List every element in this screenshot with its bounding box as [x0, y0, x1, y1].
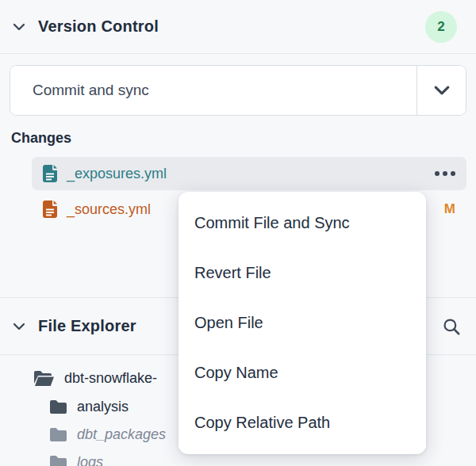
folder-icon	[49, 399, 67, 414]
tree-item-project-root[interactable]: dbt-snowflake-	[33, 365, 157, 391]
changes-section-label: Changes	[11, 130, 71, 147]
chevron-down-icon[interactable]	[11, 319, 27, 334]
tree-item-label: analysis	[77, 399, 129, 415]
version-control-title: Version Control	[38, 17, 159, 36]
tree-item-label: dbt_packages	[77, 426, 166, 443]
file-search-button[interactable]	[438, 313, 465, 340]
commit-options-toggle[interactable]	[416, 66, 466, 115]
yml-file-icon	[43, 165, 57, 182]
file-actions-ellipsis-button[interactable]	[435, 168, 455, 179]
yml-file-icon	[43, 201, 57, 218]
changed-file-row-exposures[interactable]: _exposures.yml	[32, 157, 466, 190]
file-explorer-title: File Explorer	[38, 317, 136, 335]
chevron-down-icon[interactable]	[11, 19, 27, 35]
tree-item-label: logs	[77, 454, 103, 466]
tree-item-label: dbt-snowflake-	[64, 370, 157, 387]
menu-item-commit-file-and-sync[interactable]: Commit File and Sync	[178, 198, 426, 248]
tree-item-dbt-packages[interactable]: dbt_packages	[49, 422, 166, 447]
tree-item-analysis[interactable]: analysis	[49, 394, 129, 419]
menu-item-copy-name[interactable]: Copy Name	[178, 348, 426, 398]
file-context-menu: Commit File and Sync Revert File Open Fi…	[178, 192, 426, 454]
commit-split-button: Commit and sync	[10, 65, 466, 116]
folder-open-icon	[33, 370, 55, 387]
chevron-down-icon	[432, 80, 452, 101]
search-icon	[441, 316, 462, 337]
modified-status-badge: M	[444, 201, 455, 217]
commit-and-sync-button[interactable]: Commit and sync	[10, 66, 416, 115]
changed-file-name: _sources.yml	[67, 201, 151, 218]
folder-icon	[49, 427, 67, 442]
menu-item-copy-relative-path[interactable]: Copy Relative Path	[178, 398, 426, 448]
version-control-header: Version Control 2	[0, 0, 476, 54]
ide-sidebar: Version Control 2 Commit and sync Change…	[0, 0, 476, 466]
folder-icon	[49, 455, 67, 466]
changed-file-name: _exposures.yml	[67, 166, 167, 182]
menu-item-revert-file[interactable]: Revert File	[178, 248, 426, 298]
tree-item-logs[interactable]: logs	[49, 449, 103, 466]
changes-count-badge: 2	[425, 11, 457, 43]
menu-item-open-file[interactable]: Open File	[178, 298, 426, 348]
